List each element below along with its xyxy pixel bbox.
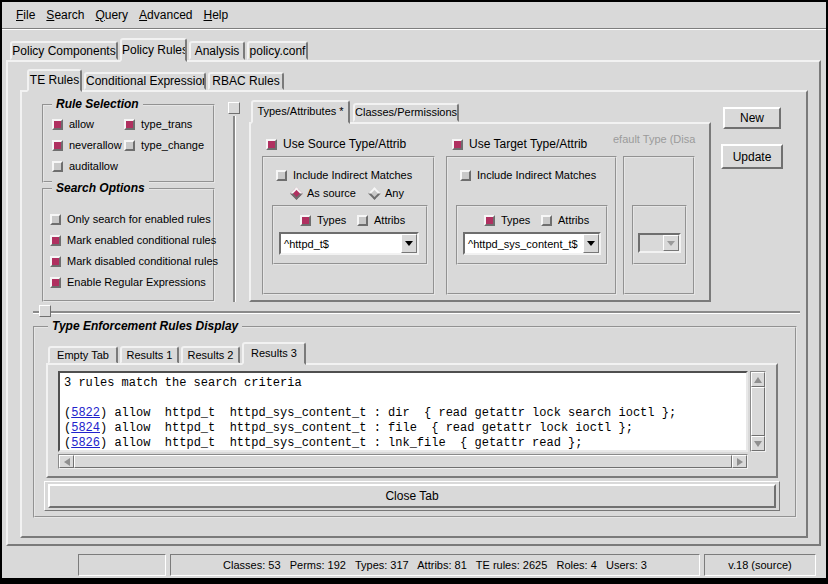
tab-results-3[interactable]: Results 3: [242, 342, 306, 365]
vertical-scrollbar-thumb[interactable]: [751, 387, 765, 436]
horizontal-scrollbar[interactable]: [58, 454, 748, 469]
result-rule-row: (5824) allow httpd_t httpd_sys_content_t…: [64, 421, 742, 436]
rule-text: ) allow httpd_t httpd_sys_content_t : ln…: [100, 436, 582, 450]
arrow-up-icon[interactable]: [751, 372, 765, 387]
vertical-scrollbar[interactable]: [750, 371, 766, 452]
result-rule-row: (5822) allow httpd_t httpd_sys_content_t…: [64, 406, 742, 421]
result-rule-row: (5826) allow httpd_t httpd_sys_content_t…: [64, 436, 742, 451]
tab-types-attributes[interactable]: Types/Attributes *: [251, 100, 350, 124]
arrow-left-icon[interactable]: [59, 455, 74, 468]
results-3-content: 3 rules match the search criteria (5822)…: [0, 0, 828, 584]
rule-text: ) allow httpd_t httpd_sys_content_t : fi…: [100, 421, 633, 435]
tab-te-rules[interactable]: TE Rules: [27, 69, 82, 92]
rule-id-link[interactable]: 5822: [71, 406, 100, 420]
app-window: File Search Query Advanced Help Policy C…: [0, 0, 828, 584]
results-textarea[interactable]: 3 rules match the search criteria (5822)…: [58, 371, 748, 452]
results-summary: 3 rules match the search criteria: [64, 376, 742, 391]
close-tab-button[interactable]: Close Tab: [48, 484, 776, 508]
te-rules-content: Rule Selection allow type_trans neverall…: [0, 0, 828, 584]
results-blank-line: [64, 391, 742, 406]
rule-id-link[interactable]: 5826: [71, 436, 100, 450]
horizontal-scrollbar-thumb[interactable]: [74, 455, 732, 468]
arrow-down-icon[interactable]: [751, 436, 765, 451]
rule-id-link[interactable]: 5824: [71, 421, 100, 435]
rule-text: ) allow httpd_t httpd_sys_content_t : di…: [100, 406, 676, 420]
tab-policy-rules[interactable]: Policy Rules: [120, 38, 187, 62]
arrow-right-icon[interactable]: [732, 455, 747, 468]
